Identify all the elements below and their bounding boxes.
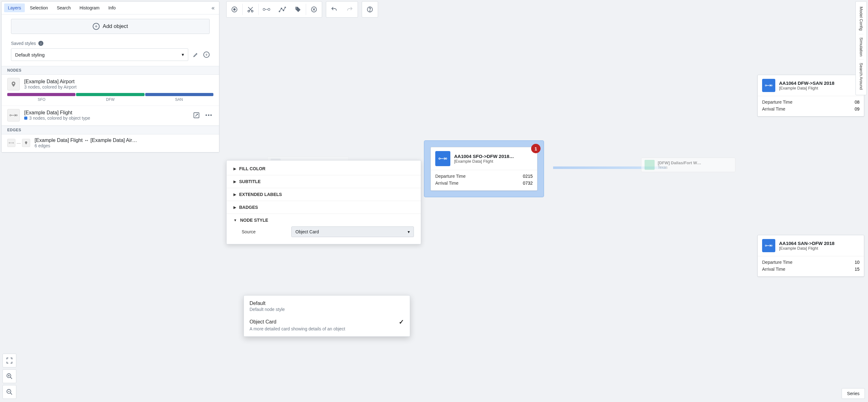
vtab-search-around[interactable]: Search Around xyxy=(859,59,864,93)
node-title: [Example Data] Airport xyxy=(24,79,213,85)
sp-node-style[interactable]: ▼NODE STYLE xyxy=(226,214,421,227)
tab-layers[interactable]: Layers xyxy=(4,3,25,12)
source-label: Source xyxy=(242,229,286,234)
bar-label: SAN xyxy=(145,97,213,102)
bar-label: SFO xyxy=(7,97,76,102)
row-value: 0215 xyxy=(523,174,533,179)
color-seg-san xyxy=(145,93,213,96)
node-title: [Example Data] Flight xyxy=(24,110,188,115)
right-rail: Model Config Simulation Search Around xyxy=(856,1,867,95)
source-value: Object Card xyxy=(296,229,319,234)
card-title: AA1064 DFW->SAN 2018 xyxy=(779,80,834,86)
node-entry-flight[interactable]: [Example Data] Flight 3 nodes, colored b… xyxy=(2,106,219,126)
saved-styles-value: Default styling xyxy=(15,52,44,58)
sp-fill-color[interactable]: ▶FILL COLOR xyxy=(226,162,421,175)
ghost-node-dfw[interactable]: [DFW] Dallas/Fort W… Texas xyxy=(641,158,735,172)
edge-combo-icon: — xyxy=(7,139,30,147)
zoom-in-icon[interactable] xyxy=(2,369,16,383)
viewport-tools xyxy=(2,354,16,399)
color-seg-sfo xyxy=(7,93,75,96)
node-subtitle: 3 nodes, colored by object type xyxy=(29,115,90,121)
source-dropdown: Default Default node style Object Card✓ … xyxy=(244,295,410,337)
series-button[interactable]: Series xyxy=(842,388,865,399)
sp-badges[interactable]: ▶BADGES xyxy=(226,201,421,213)
tab-histogram[interactable]: Histogram xyxy=(76,3,103,12)
bar-label: DFW xyxy=(76,97,145,102)
row-value: 09 xyxy=(855,106,860,111)
add-style-icon[interactable]: + xyxy=(203,52,210,58)
left-panel: Layers Selection Search Histogram Info «… xyxy=(1,1,219,153)
caret-right-icon: ▶ xyxy=(234,205,236,209)
svg-point-18 xyxy=(439,158,440,160)
info-icon[interactable]: i xyxy=(38,41,43,46)
zoom-out-icon[interactable] xyxy=(2,385,16,399)
card-subtitle: [Example Data] Flight xyxy=(454,159,514,164)
caret-right-icon: ▶ xyxy=(234,167,236,171)
saved-styles-select[interactable]: Default styling ▾ xyxy=(11,48,188,61)
ghost-title: [DFW] Dallas/Fort W… xyxy=(658,161,701,165)
saved-styles-label: Saved styles xyxy=(11,41,36,46)
flight-card-icon xyxy=(762,239,775,252)
tab-info[interactable]: Info xyxy=(105,3,119,12)
color-seg-dfw xyxy=(76,93,144,96)
ghost-sub: Texas xyxy=(658,165,701,170)
plus-circle-icon: + xyxy=(93,23,100,30)
row-value: 10 xyxy=(855,260,860,265)
saved-styles-section: Saved styles i Default styling ▾ + xyxy=(2,38,219,66)
fit-view-icon[interactable] xyxy=(2,354,16,367)
tab-search[interactable]: Search xyxy=(53,3,74,12)
card-title: AA1064 SAN->DFW 2018 xyxy=(779,241,834,246)
row-label: Arrival Time xyxy=(762,267,785,272)
layer-more-icon[interactable]: ••• xyxy=(205,111,213,120)
node-card-b[interactable]: AA1064 SAN->DFW 2018 [Example Data] Flig… xyxy=(757,235,864,277)
add-object-button[interactable]: + Add object xyxy=(11,19,210,34)
row-value: 15 xyxy=(855,267,860,272)
vtab-model-config[interactable]: Model Config xyxy=(859,3,864,34)
node-style-popover: ▶FILL COLOR ▶SUBTITLE ▶EXTENDED LABELS ▶… xyxy=(226,160,421,244)
flight-card-icon xyxy=(762,79,775,92)
tab-selection[interactable]: Selection xyxy=(26,3,52,12)
chevron-down-icon: ▾ xyxy=(182,52,184,58)
edge-title-b: [Example Data] Air… xyxy=(91,138,137,143)
row-label: Departure Time xyxy=(762,260,792,265)
row-value: 0732 xyxy=(523,180,533,186)
edge-arrow: ↔ xyxy=(84,138,89,143)
chevron-down-icon: ▾ xyxy=(408,229,410,234)
row-label: Departure Time xyxy=(762,100,792,105)
dropdown-item-object-card[interactable]: Object Card✓ A more detailed card showin… xyxy=(244,315,410,334)
row-label: Departure Time xyxy=(435,174,465,179)
card-title: AA1004 SFO->DFW 2018… xyxy=(454,154,514,159)
sp-subtitle[interactable]: ▶SUBTITLE xyxy=(226,175,421,188)
source-select[interactable]: Object Card ▾ xyxy=(291,227,414,237)
caret-right-icon: ▶ xyxy=(234,193,236,197)
edit-style-icon[interactable] xyxy=(193,52,199,58)
svg-point-0 xyxy=(10,114,11,116)
dropdown-item-default[interactable]: Default Default node style xyxy=(244,297,410,315)
row-label: Arrival Time xyxy=(762,106,785,111)
svg-point-22 xyxy=(765,245,767,246)
edit-layer-icon[interactable] xyxy=(192,111,201,120)
card-subtitle: [Example Data] Flight xyxy=(779,246,834,250)
type-color-dot xyxy=(24,116,27,120)
node-card-a[interactable]: AA1064 DFW->SAN 2018 [Example Data] Flig… xyxy=(757,75,864,116)
edge-subtitle: 6 edges xyxy=(35,143,213,148)
svg-point-4 xyxy=(13,142,14,143)
node-entry-airport[interactable]: [Example Data] Airport 3 nodes, colored … xyxy=(2,75,219,106)
edge-entry-flight-airport[interactable]: — [Example Data] Flight ↔ [Example Data]… xyxy=(2,134,219,152)
svg-point-3 xyxy=(9,142,10,143)
nodes-section-header: NODES xyxy=(2,66,219,75)
panel-tabs: Layers Selection Search Histogram Info « xyxy=(2,2,219,14)
card-subtitle: [Example Data] Flight xyxy=(779,86,834,91)
sp-extended-labels[interactable]: ▶EXTENDED LABELS xyxy=(226,188,421,201)
flight-icon xyxy=(7,109,20,122)
edge-title-a: [Example Data] Flight xyxy=(35,138,83,143)
node-subtitle: 3 nodes, colored by Airport xyxy=(24,85,213,90)
caret-down-icon: ▼ xyxy=(234,218,237,222)
selected-node-card[interactable]: AA1004 SFO->DFW 2018… [Example Data] Fli… xyxy=(424,141,544,197)
airport-pin-icon xyxy=(7,78,20,91)
collapse-panel-icon[interactable]: « xyxy=(210,5,217,11)
vtab-simulation[interactable]: Simulation xyxy=(859,34,864,60)
add-object-label: Add object xyxy=(103,23,128,30)
flight-card-icon xyxy=(435,151,450,166)
check-icon: ✓ xyxy=(399,318,404,326)
